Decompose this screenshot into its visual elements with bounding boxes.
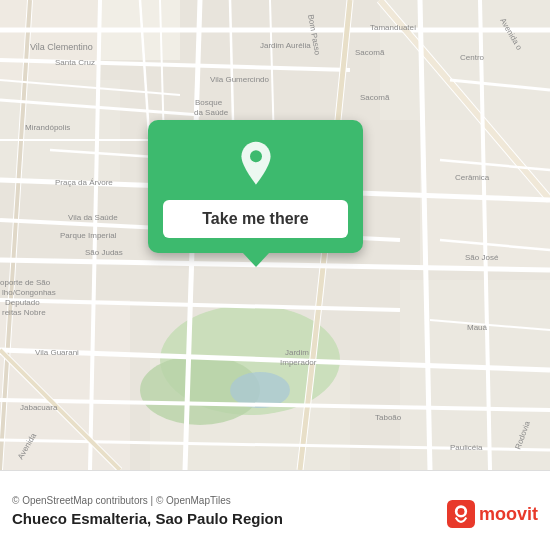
svg-text:Praça da Árvore: Praça da Árvore <box>55 178 113 187</box>
svg-text:lho/Congonhas: lho/Congonhas <box>2 288 56 297</box>
svg-text:Vila Guarani: Vila Guarani <box>35 348 79 357</box>
svg-rect-1 <box>0 0 100 80</box>
svg-text:Jardim: Jardim <box>285 348 309 357</box>
svg-text:oporte de São: oporte de São <box>0 278 51 287</box>
svg-text:Jardim Aurélia: Jardim Aurélia <box>260 41 311 50</box>
svg-text:Sacomã: Sacomã <box>360 93 390 102</box>
location-pin-icon <box>232 140 280 188</box>
svg-point-76 <box>250 150 262 162</box>
svg-text:reitas Nobre: reitas Nobre <box>2 308 46 317</box>
svg-text:Jabacuara: Jabacuara <box>20 403 58 412</box>
svg-text:Cerâmica: Cerâmica <box>455 173 490 182</box>
svg-text:Centro: Centro <box>460 53 485 62</box>
svg-text:Tamanduateí: Tamanduateí <box>370 23 417 32</box>
map-container: Vila Clementino Santa Cruz Mirandópolis … <box>0 0 550 470</box>
svg-text:Paulicéia: Paulicéia <box>450 443 483 452</box>
svg-text:Deputado: Deputado <box>5 298 40 307</box>
take-me-there-button[interactable]: Take me there <box>163 200 348 238</box>
moovit-icon <box>447 500 475 528</box>
svg-text:Mirandópolis: Mirandópolis <box>25 123 70 132</box>
moovit-logo: moovit <box>447 500 538 528</box>
svg-rect-6 <box>400 280 550 470</box>
svg-text:São Judas: São Judas <box>85 248 123 257</box>
svg-text:Vila Clementino: Vila Clementino <box>30 42 93 52</box>
moovit-text: moovit <box>479 504 538 525</box>
svg-text:Bosque: Bosque <box>195 98 223 107</box>
svg-text:Vila da Saúde: Vila da Saúde <box>68 213 118 222</box>
bottom-bar: © OpenStreetMap contributors | © OpenMap… <box>0 470 550 550</box>
svg-text:Imperador: Imperador <box>280 358 317 367</box>
svg-text:da Saúde: da Saúde <box>194 108 229 117</box>
svg-text:Sacomã: Sacomã <box>355 48 385 57</box>
svg-text:Taboão: Taboão <box>375 413 402 422</box>
svg-point-79 <box>457 508 464 515</box>
popup-card: Take me there <box>148 120 363 253</box>
svg-text:São José: São José <box>465 253 499 262</box>
svg-text:Mauá: Mauá <box>467 323 488 332</box>
svg-text:Santa Cruz: Santa Cruz <box>55 58 95 67</box>
svg-rect-7 <box>0 300 130 470</box>
svg-text:Parque Imperial: Parque Imperial <box>60 231 117 240</box>
svg-text:Vila Gumercindo: Vila Gumercindo <box>210 75 270 84</box>
